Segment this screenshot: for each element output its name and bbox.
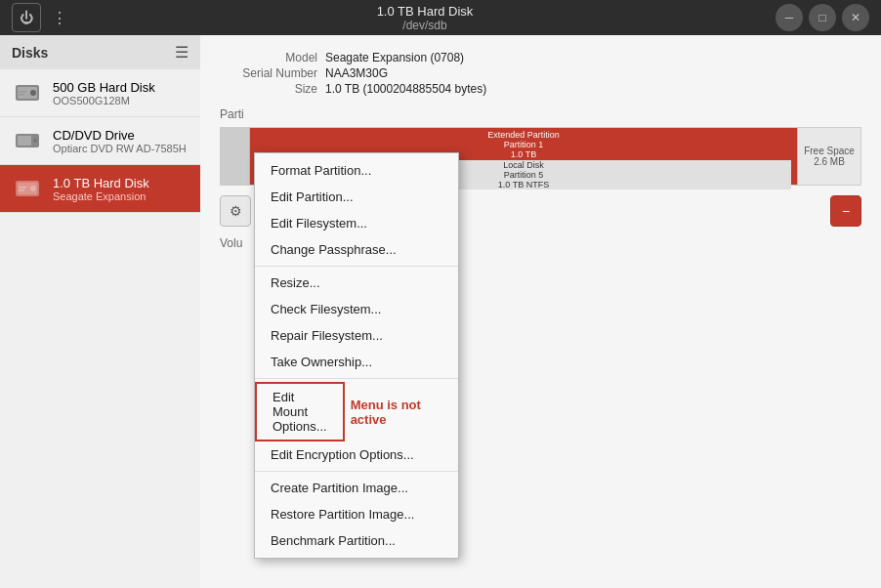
disk-icon-500gb — [12, 77, 43, 108]
power-icon: ⏻ — [20, 10, 33, 25]
titlebar: ⏻ ⋮ 1.0 TB Hard Disk /dev/sdb ─ □ ✕ — [0, 0, 881, 35]
serial-value: NAA3M30G — [325, 66, 861, 80]
menu-item-edit-mount-options-row: Edit Mount Options... Menu is not active — [255, 382, 458, 441]
sidebar-menu-icon[interactable]: ☰ — [175, 43, 189, 62]
context-menu: Format Partition... Edit Partition... Ed… — [254, 152, 459, 559]
menu-item-create-partition-image[interactable]: Create Partition Image... — [255, 475, 458, 501]
menu-item-restore-partition-image[interactable]: Restore Partition Image... — [255, 501, 458, 527]
serial-label: Serial Number — [220, 66, 317, 80]
content-area: Model Seagate Expansion (0708) Serial Nu… — [200, 35, 881, 588]
titlebar-menu-button[interactable]: ⋮ — [45, 3, 74, 32]
menu-separator-3 — [255, 471, 458, 472]
menu-item-edit-filesystem[interactable]: Edit Filesystem... — [255, 210, 458, 236]
free-label: Free Space — [804, 146, 855, 156]
svg-rect-3 — [19, 91, 26, 93]
window-title: 1.0 TB Hard Disk /dev/sdb — [74, 4, 776, 32]
power-button[interactable]: ⏻ — [12, 3, 41, 32]
extended-sub: Partition 1 — [254, 140, 793, 149]
sidebar-item-500gb[interactable]: 500 GB Hard Disk OOS500G128M — [0, 69, 200, 117]
disk-model-500gb: OOS500G128M — [53, 95, 189, 106]
svg-rect-11 — [19, 187, 26, 189]
sidebar-item-1tb[interactable]: 1.0 TB Hard Disk Seagate Expansion — [0, 165, 200, 213]
disk-name-1tb: 1.0 TB Hard Disk — [53, 176, 189, 190]
maximize-button[interactable]: □ — [809, 4, 836, 31]
menu-item-benchmark-partition[interactable]: Benchmark Partition... — [255, 527, 458, 554]
partition-section-title: Partitions — [220, 107, 861, 121]
svg-rect-4 — [19, 94, 24, 96]
sidebar-header: Disks ☰ — [0, 35, 200, 69]
disk-model-dvd: Optiarc DVD RW AD-7585H — [53, 143, 189, 154]
menu-item-edit-mount-options[interactable]: Edit Mount Options... — [255, 382, 345, 441]
settings-button[interactable]: ⚙ — [220, 195, 251, 227]
svg-point-7 — [33, 139, 37, 143]
sidebar: Disks ☰ 500 GB Hard Disk OOS500G128M — [0, 35, 200, 588]
menu-item-repair-filesystem[interactable]: Repair Filesystem... — [255, 322, 458, 349]
svg-rect-6 — [18, 136, 31, 146]
extended-label: Extended Partition — [254, 130, 793, 140]
window-main-title: 1.0 TB Hard Disk — [377, 4, 474, 19]
menu-item-edit-partition[interactable]: Edit Partition... — [255, 184, 458, 210]
not-active-label: Menu is not active — [351, 398, 458, 427]
partition-seg-small — [221, 128, 250, 185]
local-sub: Partition 5 — [504, 170, 544, 180]
free-space-seg: Free Space 2.6 MB — [797, 128, 860, 185]
disk-info-grid: Model Seagate Expansion (0708) Serial Nu… — [220, 51, 861, 96]
menu-item-change-passphrase[interactable]: Change Passphrase... — [255, 236, 458, 263]
sidebar-title: Disks — [12, 45, 48, 61]
remove-button[interactable]: − — [830, 195, 861, 227]
disk-name-500gb: 500 GB Hard Disk — [53, 80, 189, 95]
disk-icon-1tb — [12, 173, 43, 204]
disk-info-1tb: 1.0 TB Hard Disk Seagate Expansion — [53, 176, 189, 202]
sidebar-item-dvd[interactable]: CD/DVD Drive Optiarc DVD RW AD-7585H — [0, 117, 200, 165]
menu-item-edit-encryption-options[interactable]: Edit Encryption Options... — [255, 441, 458, 468]
close-button[interactable]: ✕ — [842, 4, 869, 31]
model-value: Seagate Expansion (0708) — [325, 51, 861, 64]
menu-separator-1 — [255, 266, 458, 267]
size-value: 1.0 TB (1000204885504 bytes) — [325, 82, 861, 96]
svg-point-2 — [30, 90, 36, 96]
disk-info-dvd: CD/DVD Drive Optiarc DVD RW AD-7585H — [53, 128, 189, 154]
disk-info-500gb: 500 GB Hard Disk OOS500G128M — [53, 80, 189, 106]
menu-item-take-ownership[interactable]: Take Ownership... — [255, 349, 458, 375]
minimize-icon: ─ — [785, 11, 794, 24]
size-label: Size — [220, 82, 317, 96]
maximize-icon: □ — [818, 11, 825, 24]
disk-model-1tb: Seagate Expansion — [53, 190, 189, 202]
disk-icon-dvd — [12, 125, 43, 156]
local-label: Local Disk — [503, 160, 544, 170]
menu-item-resize[interactable]: Resize... — [255, 270, 458, 296]
svg-rect-12 — [19, 189, 24, 191]
svg-point-10 — [30, 186, 36, 191]
menu-item-check-filesystem[interactable]: Check Filesystem... — [255, 296, 458, 322]
local-size: 1.0 TB NTFS — [498, 180, 549, 189]
menu-separator-2 — [255, 378, 458, 379]
disk-name-dvd: CD/DVD Drive — [53, 128, 189, 143]
minimize-button[interactable]: ─ — [776, 4, 803, 31]
free-size: 2.6 MB — [814, 156, 845, 167]
window-sub-title: /dev/sdb — [74, 19, 776, 32]
model-label: Model — [220, 51, 317, 64]
app-body: Disks ☰ 500 GB Hard Disk OOS500G128M — [0, 35, 881, 588]
menu-dots-icon: ⋮ — [52, 9, 67, 27]
menu-item-format-partition[interactable]: Format Partition... — [255, 157, 458, 184]
close-icon: ✕ — [851, 11, 860, 24]
